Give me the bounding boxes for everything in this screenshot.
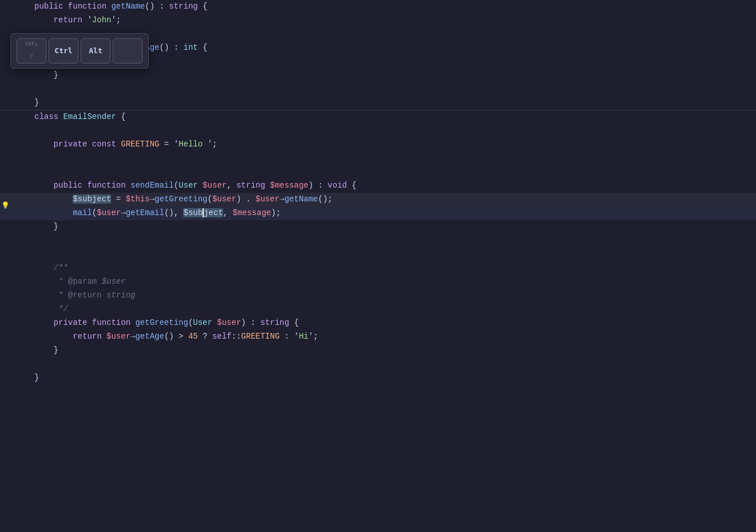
kbd-ctrl-key: Ctrl: [49, 38, 78, 63]
code-line: public function getName() : string {: [0, 0, 756, 14]
code-line: [0, 82, 756, 96]
code-line: */: [0, 303, 756, 316]
line-content: [23, 124, 756, 137]
key-label-main: Ctrl: [54, 45, 72, 57]
kbd-shift-key: SHFL ⇧: [17, 38, 46, 63]
code-line: return $user→getAge() > 45 ? self::GREET…: [0, 330, 756, 344]
line-content: public function sendEmail(User $user, st…: [23, 179, 756, 192]
key-label-main: Alt: [89, 45, 102, 57]
line-content: [23, 152, 756, 164]
line-content: }: [23, 69, 756, 81]
line-content: /**: [23, 261, 756, 274]
line-content: [23, 248, 756, 260]
code-line: }: [0, 220, 756, 234]
line-content: private const GREETING = 'Hello ';: [23, 138, 756, 150]
line-content: [23, 165, 756, 178]
line-content: }: [23, 344, 756, 356]
code-line: }: [0, 69, 756, 82]
line-content: return $user→getAge() > 45 ? self::GREET…: [23, 330, 756, 343]
code-line: }: [0, 96, 756, 110]
code-line: [0, 234, 756, 248]
line-content: mail($user→getEmail(), $subject, $messag…: [23, 207, 756, 219]
code-line-highlighted: $subject = $this→getGreeting($user) . $u…: [0, 193, 756, 207]
line-content: */: [23, 303, 756, 315]
shift-arrow-icon: ⇧: [29, 49, 34, 62]
line-content: * @return string: [23, 289, 756, 301]
keyboard-shortcut-overlay: SHFL ⇧ Ctrl Alt: [10, 33, 149, 69]
line-content: [23, 358, 756, 370]
code-line: private function getGreeting(User $user)…: [0, 316, 756, 330]
code-line: * @return string: [0, 289, 756, 303]
key-label-small: SHFL: [25, 40, 38, 48]
line-content: class EmailSender {: [23, 110, 756, 123]
line-content: return 'John';: [23, 14, 756, 26]
code-line: return 'John';: [0, 14, 756, 27]
code-line: private const GREETING = 'Hello ';: [0, 138, 756, 152]
code-line: class EmailSender {: [0, 110, 756, 124]
code-line: }: [0, 344, 756, 358]
code-line: * @param $user: [0, 275, 756, 289]
line-content: }: [23, 96, 756, 109]
line-content: * @param $user: [23, 275, 756, 288]
kbd-alt-key: Alt: [81, 38, 110, 63]
line-content: [23, 82, 756, 95]
line-content: }: [23, 220, 756, 233]
line-content: private function getGreeting(User $user)…: [23, 316, 756, 329]
editor-container: public function getName() : string { ret…: [0, 0, 756, 532]
code-line: [0, 152, 756, 165]
code-line: [0, 124, 756, 138]
code-line: [0, 165, 756, 179]
line-content: [23, 234, 756, 247]
bulb-icon: 💡: [1, 201, 10, 212]
code-line: public function sendEmail(User $user, st…: [0, 179, 756, 193]
line-content: }: [23, 371, 756, 384]
code-line-active: 💡 mail($user→getEmail(), $subject, $mess…: [0, 207, 756, 220]
code-line: }: [0, 371, 756, 385]
code-line: [0, 358, 756, 371]
line-content: public function getName() : string {: [23, 0, 756, 13]
line-content: $subject = $this→getGreeting($user) . $u…: [23, 193, 756, 205]
code-line: [0, 248, 756, 261]
code-area: public function getName() : string { ret…: [0, 0, 756, 385]
kbd-blank-key: [113, 38, 143, 63]
code-line: /**: [0, 261, 756, 275]
